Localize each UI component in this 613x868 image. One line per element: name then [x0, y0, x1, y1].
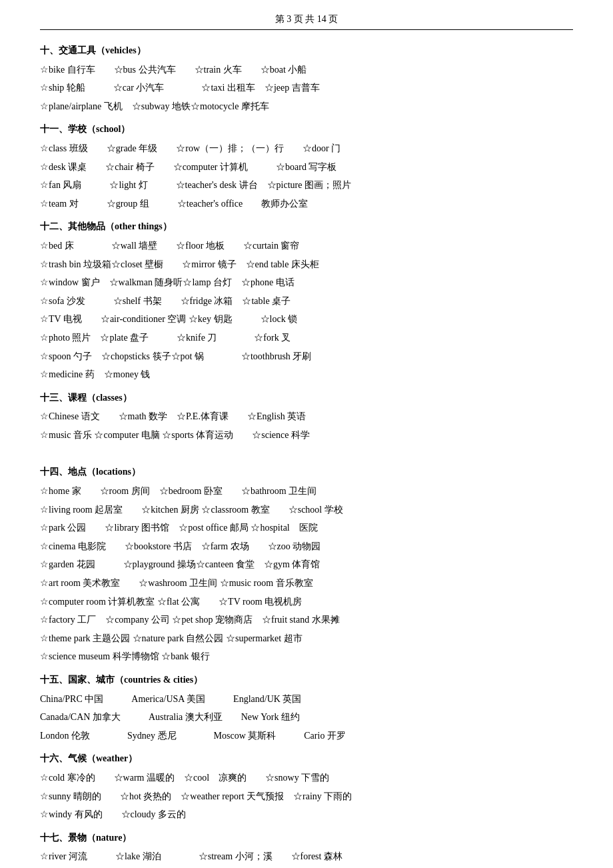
vocab-line: ☆river 河流 ☆lake 湖泊 ☆stream 小河；溪 ☆forest …: [40, 848, 573, 866]
section-title-section10: 十、交通工具（vehicles）: [40, 42, 573, 60]
page-header: 第 3 页 共 14 页: [40, 13, 573, 30]
vocab-line: ☆plane/airplane 飞机 ☆subway 地铁☆motocycle …: [40, 98, 573, 116]
vocab-line: ☆desk 课桌 ☆chair 椅子 ☆computer 计算机 ☆board …: [40, 159, 573, 177]
vocab-line: ☆ship 轮船 ☆car 小汽车 ☆taxi 出租车 ☆jeep 吉普车: [40, 79, 573, 97]
vocab-line: ☆spoon 勺子 ☆chopsticks 筷子☆pot 锅 ☆toothbru…: [40, 348, 573, 366]
vocab-line: ☆TV 电视 ☆air-conditioner 空调 ☆key 钥匙 ☆lock…: [40, 311, 573, 329]
section-title-section16: 十六、气候（weather）: [40, 750, 573, 768]
section-title-section17: 十七、景物（nature）: [40, 829, 573, 847]
vocab-line: ☆Chinese 语文 ☆math 数学 ☆P.E.体育课 ☆English 英…: [40, 408, 573, 426]
vocab-line: ☆art room 美术教室 ☆washroom 卫生间 ☆music room…: [40, 575, 573, 593]
vocab-line: ☆cold 寒冷的 ☆warm 温暖的 ☆cool 凉爽的 ☆snowy 下雪的: [40, 769, 573, 787]
section-title-section13: 十三、课程（classes）: [40, 389, 573, 407]
section-title-section12: 十二、其他物品（other things）: [40, 218, 573, 236]
vocab-line: ☆sunny 晴朗的 ☆hot 炎热的 ☆weather report 天气预报…: [40, 788, 573, 806]
section-title-section11: 十一、学校（school）: [40, 121, 573, 139]
main-content: 十、交通工具（vehicles）☆bike 自行车 ☆bus 公共汽车 ☆tra…: [40, 42, 573, 868]
vocab-line: ☆bike 自行车 ☆bus 公共汽车 ☆train 火车 ☆boat 小船: [40, 61, 573, 79]
vocab-line: ☆sofa 沙发 ☆shelf 书架 ☆fridge 冰箱 ☆table 桌子: [40, 293, 573, 311]
vocab-line: ☆home 家 ☆room 房间 ☆bedroom 卧室 ☆bathroom 卫…: [40, 483, 573, 501]
vocab-line: ☆class 班级 ☆grade 年级 ☆row（一）排；（一）行 ☆door …: [40, 140, 573, 158]
vocab-line: ☆theme park 主题公园 ☆nature park 自然公园 ☆supe…: [40, 630, 573, 648]
vocab-line: ☆factory 工厂 ☆company 公司 ☆pet shop 宠物商店 ☆…: [40, 611, 573, 629]
vocab-line: ☆park 公园 ☆library 图书馆 ☆post office 邮局 ☆h…: [40, 519, 573, 537]
vocab-line: ☆medicine 药 ☆money 钱: [40, 366, 573, 384]
vocab-line: ☆team 对 ☆group 组 ☆teacher's office 教师办公室: [40, 195, 573, 213]
vocab-line: Canada/CAN 加拿大 Australia 澳大利亚 New York 纽…: [40, 709, 573, 727]
vocab-line: ☆music 音乐 ☆computer 电脑 ☆sports 体育运动 ☆sci…: [40, 427, 573, 445]
page-header-text: 第 3 页 共 14 页: [275, 14, 338, 24]
vocab-line: ☆garden 花园 ☆playground 操场☆canteen 食堂 ☆gy…: [40, 556, 573, 574]
vocab-line: ☆living room 起居室 ☆kitchen 厨房 ☆classroom …: [40, 501, 573, 519]
vocab-line: ☆trash bin 垃圾箱☆closet 壁橱 ☆mirror 镜子 ☆end…: [40, 256, 573, 274]
vocab-line: China/PRC 中国 America/USA 美国 England/UK 英…: [40, 691, 573, 709]
vocab-line: ☆photo 照片 ☆plate 盘子 ☆knife 刀 ☆fork 叉: [40, 329, 573, 347]
vocab-line: ☆window 窗户 ☆walkman 随身听☆lamp 台灯 ☆phone 电…: [40, 274, 573, 292]
vocab-line: ☆windy 有风的 ☆cloudy 多云的: [40, 806, 573, 824]
vocab-line: ☆science museum 科学博物馆 ☆bank 银行: [40, 648, 573, 666]
vocab-line: ☆computer room 计算机教室 ☆flat 公寓 ☆TV room 电…: [40, 593, 573, 611]
section-title-section15: 十五、国家、城市（countries & cities）: [40, 671, 573, 689]
vocab-line: ☆cinema 电影院 ☆bookstore 书店 ☆farm 农场 ☆zoo …: [40, 538, 573, 556]
vocab-line: London 伦敦 Sydney 悉尼 Moscow 莫斯科 Cario 开罗: [40, 727, 573, 745]
section-title-section14: 十四、地点（locations）: [40, 463, 573, 481]
vocab-line: ☆bed 床 ☆wall 墙壁 ☆floor 地板 ☆curtain 窗帘: [40, 237, 573, 255]
vocab-line: ☆fan 风扇 ☆light 灯 ☆teacher's desk 讲台 ☆pic…: [40, 177, 573, 195]
